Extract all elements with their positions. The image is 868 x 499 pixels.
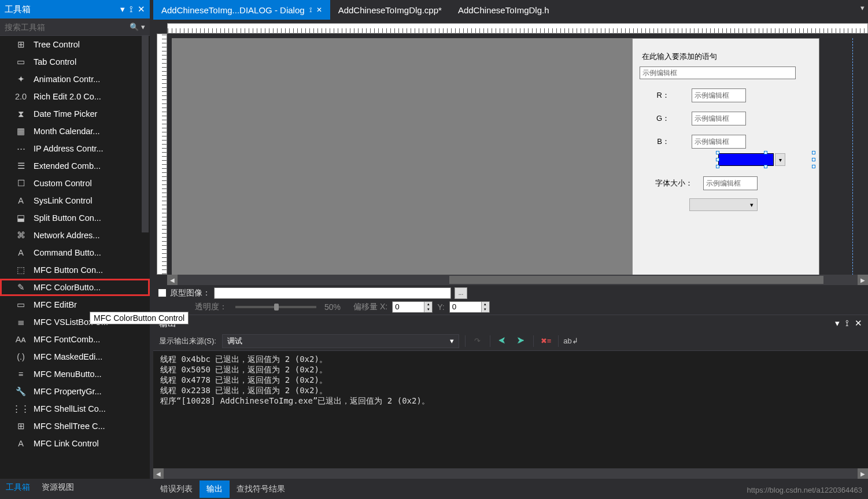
color-button[interactable]: ▾	[718, 153, 813, 166]
prototype-label: 原型图像：	[170, 288, 210, 298]
search-input[interactable]	[5, 23, 130, 32]
scrollbar-thumb[interactable]	[449, 276, 823, 284]
dropdown-icon[interactable]: ▾	[120, 4, 125, 14]
output-source-combo[interactable]: 调试▾	[222, 334, 459, 348]
toolbox-item-mfclink[interactable]: AMFC Link Control	[0, 435, 150, 452]
doc-tabs: AddChineseToImg...DIALOG - Dialog⟟✕AddCh…	[153, 0, 868, 20]
toolbox-item-label: Split Button Con...	[34, 213, 101, 223]
combo-icon: ☰	[16, 161, 25, 171]
toolbox-item-network[interactable]: ⌘Network Addres...	[0, 227, 150, 244]
toolbox-item-label: MFC ShellTree C...	[34, 422, 105, 431]
designer-hscrollbar[interactable]: ◀ ▶	[167, 275, 868, 285]
clear-icon[interactable]: ✖≡	[540, 335, 552, 348]
toolbox-item-link[interactable]: ASysLink Control	[0, 192, 150, 209]
toolbox-panel: 工具箱 ▾ ⟟ ✕ 🔍 ▾ ⊞Tree Control▭Tab Control✦…	[0, 0, 150, 479]
close-icon[interactable]: ✕	[138, 4, 145, 14]
toolbox-item-masked[interactable]: (.)MFC MaskedEdi...	[0, 348, 150, 365]
cmd-icon: A	[16, 248, 25, 257]
toolbox-item-label: MFC MaskedEdi...	[34, 352, 102, 361]
link-icon: A	[16, 196, 25, 205]
toolbox-item-split[interactable]: ⬓Split Button Con...	[0, 209, 150, 227]
pin-icon[interactable]: ⟟	[130, 4, 133, 14]
scroll-left-icon[interactable]: ◀	[167, 275, 178, 285]
output-header: 输出 ▾ ⟟ ✕	[153, 315, 868, 331]
ip-icon: ⋯	[16, 144, 25, 153]
toolbox-item-tab[interactable]: ▭Tab Control	[0, 53, 150, 71]
toolbox-item-richedit[interactable]: 2.0Rich Edit 2.0 Co...	[0, 88, 150, 105]
toolbox-item-colorbtn[interactable]: ✎MFC ColorButto...	[0, 279, 150, 296]
mfclink-icon: A	[16, 439, 25, 448]
dialog-canvas[interactable]: 在此输入要添加的语句 R： G： B： ▾	[172, 38, 819, 282]
toolbox-list[interactable]: ⊞Tree Control▭Tab Control✦Animation Cont…	[0, 36, 150, 479]
browse-button[interactable]: ...	[455, 287, 467, 299]
fontsize-edit[interactable]	[703, 176, 758, 190]
toolbox-title: 工具箱	[5, 4, 120, 15]
output-text[interactable]: 线程 0x4bbc 已退出，返回值为 2 (0x2)。 线程 0x5050 已退…	[153, 351, 868, 468]
doc-tab-0[interactable]: AddChineseToImg...DIALOG - Dialog⟟✕	[153, 0, 330, 20]
toolbox-item-label: Month Calendar...	[34, 127, 99, 136]
main-edit[interactable]	[640, 66, 796, 79]
toolbox-item-combo[interactable]: ☰Extended Comb...	[0, 157, 150, 175]
goto-icon[interactable]: ↷	[471, 335, 484, 348]
offset-x-spinner[interactable]: ▴▾	[392, 301, 433, 313]
prototype-checkbox[interactable]	[158, 289, 167, 297]
tabs-overflow-icon[interactable]: ▾	[860, 3, 865, 12]
doc-tab-2[interactable]: AddChineseToImgDlg.h	[450, 0, 557, 20]
toolbox-item-cmd[interactable]: ACommand Butto...	[0, 244, 150, 261]
toolbox-item-label: Extended Comb...	[34, 161, 101, 171]
r-edit[interactable]	[692, 88, 746, 102]
search-icon[interactable]: 🔍 ▾	[130, 23, 145, 31]
toolbox-search-row: 🔍 ▾	[0, 19, 150, 36]
opacity-slider[interactable]	[235, 306, 316, 308]
toolbox-item-label: MFC PropertyGr...	[34, 387, 102, 396]
prev-icon[interactable]: ⮜	[496, 335, 509, 348]
scroll-right-icon[interactable]: ▶	[858, 275, 868, 285]
toolbox-item-shelllist[interactable]: ⋮⋮MFC ShellList Co...	[0, 400, 150, 417]
ruler-vertical[interactable]	[157, 34, 167, 275]
output-title: 输出	[159, 318, 835, 329]
g-label: G：	[638, 113, 692, 124]
tab-error-list[interactable]: 错误列表	[153, 480, 200, 498]
font-combo[interactable]: ▾	[689, 198, 758, 211]
calendar-icon: ▦	[16, 127, 25, 136]
selection-handles[interactable]	[716, 151, 815, 168]
offset-y-spinner[interactable]: ▴▾	[449, 301, 490, 313]
toolbox-item-star[interactable]: ✦Animation Contr...	[0, 71, 150, 88]
output-hscrollbar[interactable]: ◀▶	[153, 468, 868, 479]
tab-toolbox[interactable]: 工具箱	[0, 480, 36, 495]
toolbox-item-label: Rich Edit 2.0 Co...	[34, 92, 101, 101]
toolbox-item-shelltree[interactable]: ⊞MFC ShellTree C...	[0, 417, 150, 435]
toolbox-item-datetime[interactable]: ⧗Date Time Picker	[0, 105, 150, 123]
toolbox-item-custom[interactable]: ☐Custom Control	[0, 175, 150, 192]
wrap-icon[interactable]: ab↲	[564, 335, 577, 348]
toolbox-item-fontcombo[interactable]: AᴀMFC FontComb...	[0, 331, 150, 348]
toolbox-item-label: Animation Contr...	[34, 75, 100, 84]
dialog-form-panel: 在此输入要添加的语句 R： G： B： ▾	[632, 38, 819, 282]
guide-line[interactable]	[852, 38, 853, 281]
tab-resource-view[interactable]: 资源视图	[36, 480, 80, 495]
ruler-horizontal[interactable]	[167, 23, 868, 34]
pin-icon[interactable]: ⟟	[309, 6, 312, 14]
tab-output[interactable]: 输出	[200, 480, 230, 498]
mfcbtn-icon: ⬚	[16, 265, 25, 275]
toolbox-item-propgrid[interactable]: 🔧MFC PropertyGr...	[0, 383, 150, 400]
pin-icon[interactable]: ⟟	[845, 318, 849, 328]
toolbox-item-menubtn[interactable]: ≡MFC MenuButto...	[0, 365, 150, 383]
doc-tab-1[interactable]: AddChineseToImgDlg.cpp*	[330, 0, 450, 20]
toolbox-item-mfcbtn[interactable]: ⬚MFC Button Con...	[0, 261, 150, 279]
toolbox-item-editbr[interactable]: ▭MFC EditBr	[0, 296, 150, 313]
toolbox-item-calendar[interactable]: ▦Month Calendar...	[0, 123, 150, 140]
next-icon[interactable]: ⮞	[515, 335, 527, 348]
dropdown-icon[interactable]: ▾	[835, 318, 840, 328]
close-icon[interactable]: ✕	[316, 6, 322, 14]
toolbox-item-tree[interactable]: ⊞Tree Control	[0, 36, 150, 53]
g-edit[interactable]	[692, 112, 746, 125]
tab-icon: ▭	[16, 57, 25, 66]
tab-find-results[interactable]: 查找符号结果	[230, 480, 292, 498]
toolbox-item-label: MFC Link Control	[34, 439, 99, 448]
close-icon[interactable]: ✕	[855, 318, 862, 328]
toolbox-item-ip[interactable]: ⋯IP Address Contr...	[0, 140, 150, 157]
prototype-bar: 原型图像： ... 透明度： 50% 偏移量 X: ▴▾ Y: ▴▾	[153, 285, 868, 315]
b-edit[interactable]	[692, 135, 746, 149]
prototype-path-input[interactable]	[214, 287, 451, 299]
